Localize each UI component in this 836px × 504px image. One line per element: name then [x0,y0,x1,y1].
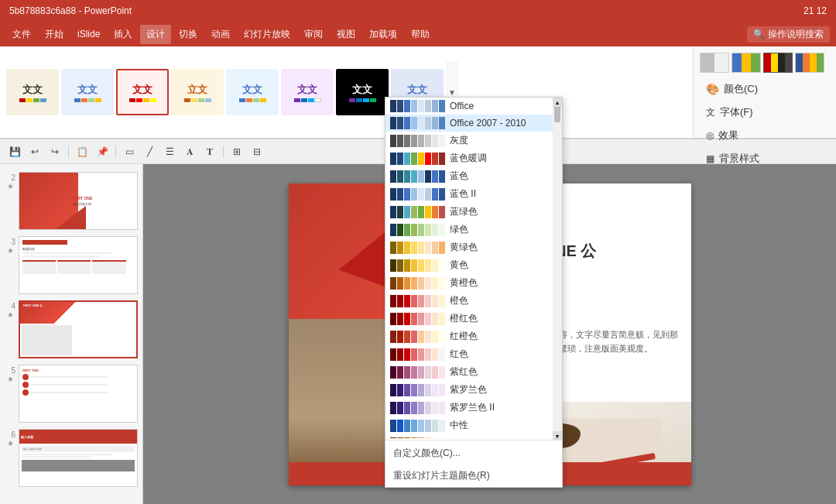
color-scheme-label-9: 黄色 [450,259,468,272]
theme-item-6[interactable]: 文文 [281,69,334,115]
color-scheme-label-14: 红色 [450,348,468,361]
theme-item-7[interactable]: 文文 [336,69,389,115]
paste-btn[interactable]: 📌 [94,143,111,160]
menu-design[interactable]: 设计 [140,25,171,44]
slide-star-2: ★ [7,182,14,190]
theme-item-2[interactable]: 文文 [61,69,114,115]
title-bar-text: 5b878883c6a88 - PowerPoint [9,5,132,16]
color-scheme-item-17[interactable]: 紫罗兰色 II [385,399,562,417]
color-scheme-item-14[interactable]: 红色 [385,345,562,363]
group-btn[interactable]: ⊞ [228,143,245,160]
slide-thumb-2[interactable]: PART ONE 相关内容介绍 [19,172,138,230]
color-scheme-item-9[interactable]: 黄色 [385,256,562,274]
color-scheme-label-4: 蓝色 [450,170,468,183]
menu-bar: 文件 开始 iSlide 插入 设计 切换 动画 幻灯片放映 审阅 视图 加载项… [0,22,836,46]
theme-text-5: 文文 [242,83,262,97]
menu-addins[interactable]: 加载项 [363,25,403,44]
color-scheme-item-7[interactable]: 绿色 [385,221,562,238]
shape-btn[interactable]: ▭ [121,143,138,160]
color-scheme-item-0[interactable]: Office [385,98,562,115]
color-scheme-label-10: 黄橙色 [450,276,478,290]
ribbon-thumb-3[interactable] [763,53,793,73]
redo-btn[interactable]: ↪ [46,143,63,160]
color-scheme-item-13[interactable]: 红橙色 [385,327,562,345]
ungroup-btn[interactable]: ⊟ [248,143,266,160]
color-scheme-item-19[interactable]: 纸张 [385,434,562,438]
slide-thumb-6[interactable]: 输入标题 输入人标题小结构 [19,429,138,487]
color-btn[interactable]: 🎨 颜色(C) [700,77,830,101]
font-btn[interactable]: 文 字体(F) [700,101,830,124]
color-scheme-item-5[interactable]: 蓝色 II [385,185,562,203]
menu-view[interactable]: 视图 [331,25,361,44]
align-btn[interactable]: ☰ [161,143,178,160]
slide-num-3: 3 [5,238,15,246]
menu-search[interactable]: 🔍 操作说明搜索 [747,26,830,43]
menu-slideshow[interactable]: 幻灯片放映 [238,25,296,44]
color-scheme-item-18[interactable]: 中性 [385,417,562,434]
color-scheme-item-6[interactable]: 蓝绿色 [385,203,562,221]
slide-thumb-4[interactable]: PART ONE 公 [19,300,138,358]
color-scheme-label-0: Office [450,101,474,111]
effect-icon: ◎ [706,130,714,141]
menu-file[interactable]: 文件 [6,25,37,44]
effect-label: 效果 [718,129,738,142]
slide-item-2[interactable]: 2 ★ PART ONE 相关内容介绍 [3,170,139,231]
theme-text-1: 文文 [22,83,43,97]
slide-thumb-3[interactable]: 标题内容 [19,236,138,294]
save-btn[interactable]: 💾 [6,143,23,160]
dropdown-separator [385,440,562,441]
theme-item-4[interactable]: 立文 [171,69,224,115]
color-scheme-item-8[interactable]: 黄绿色 [385,238,562,256]
undo-btn[interactable]: ↩ [26,143,43,160]
font-size-btn[interactable]: 𝐓 [201,143,218,160]
color-label: 颜色(C) [724,82,758,96]
menu-start[interactable]: 开始 [39,25,70,44]
custom-color-btn[interactable]: 自定义颜色(C)... [385,442,562,465]
color-scheme-label-18: 中性 [450,419,468,432]
ribbon-thumb-2[interactable] [732,53,761,73]
reset-color-btn[interactable]: 重设幻灯片主题颜色(R) [385,465,562,487]
menu-transition[interactable]: 切换 [173,25,204,44]
scroll-down-arrow[interactable]: ▼ [553,431,562,441]
effect-btn[interactable]: ◎ 效果 [700,124,830,147]
scroll-up-arrow[interactable]: ▲ [553,98,562,107]
color-scheme-label-3: 蓝色暖调 [450,152,487,165]
menu-animation[interactable]: 动画 [205,25,236,44]
theme-item-5[interactable]: 文文 [226,69,279,115]
color-scheme-item-1[interactable]: Office 2007 - 2010 [385,115,562,132]
theme-item-1[interactable]: 文文 [6,69,59,115]
ribbon-thumb-1[interactable] [700,53,729,73]
line-btn[interactable]: ╱ [141,143,158,160]
theme-item-3[interactable]: 文文 [116,69,169,115]
color-scheme-item-16[interactable]: 紫罗兰色 [385,381,562,399]
menu-review[interactable]: 审阅 [298,25,329,44]
color-scheme-item-11[interactable]: 橙色 [385,292,562,310]
color-scheme-item-10[interactable]: 黄橙色 [385,274,562,292]
copy-btn[interactable]: 📋 [74,143,91,160]
color-scheme-item-15[interactable]: 紫红色 [385,363,562,381]
scrollbar[interactable]: ▲ ▼ [553,98,562,441]
search-icon: 🔍 [753,29,765,39]
slide-item-3[interactable]: 3 ★ 标题内容 [3,235,139,296]
color-scheme-item-12[interactable]: 橙红色 [385,310,562,327]
slide-thumb-5[interactable]: PART TWO [19,365,138,423]
slide-item-5[interactable]: 5 ★ PART TWO [3,363,139,424]
color-scheme-label-6: 蓝绿色 [450,205,478,218]
ribbon-thumb-4[interactable] [795,53,824,73]
color-scheme-label-15: 紫红色 [450,365,478,379]
slide-num-6: 6 [5,430,15,439]
textbox-btn[interactable]: 𝐀 [181,143,198,160]
color-scheme-item-2[interactable]: 灰度 [385,132,562,149]
slide-item-6[interactable]: 6 ★ 输入标题 输入人标题小结构 [3,427,139,489]
slide-num-2: 2 [5,173,15,182]
color-scheme-item-4[interactable]: 蓝色 [385,167,562,185]
menu-islide[interactable]: iSlide [71,26,106,43]
theme-text-4: 立文 [187,83,207,97]
sep-1 [68,146,69,158]
ribbon-right-panel: 🎨 颜色(C) 文 字体(F) ◎ 效果 ▦ 背景样式 [693,46,836,138]
color-scheme-item-3[interactable]: 蓝色暖调 [385,149,562,167]
menu-help[interactable]: 帮助 [405,25,436,44]
menu-insert[interactable]: 插入 [108,25,139,44]
slide-item-4[interactable]: 4 ★ PART ONE 公 [3,299,139,360]
color-scheme-label-5: 蓝色 II [450,187,476,201]
